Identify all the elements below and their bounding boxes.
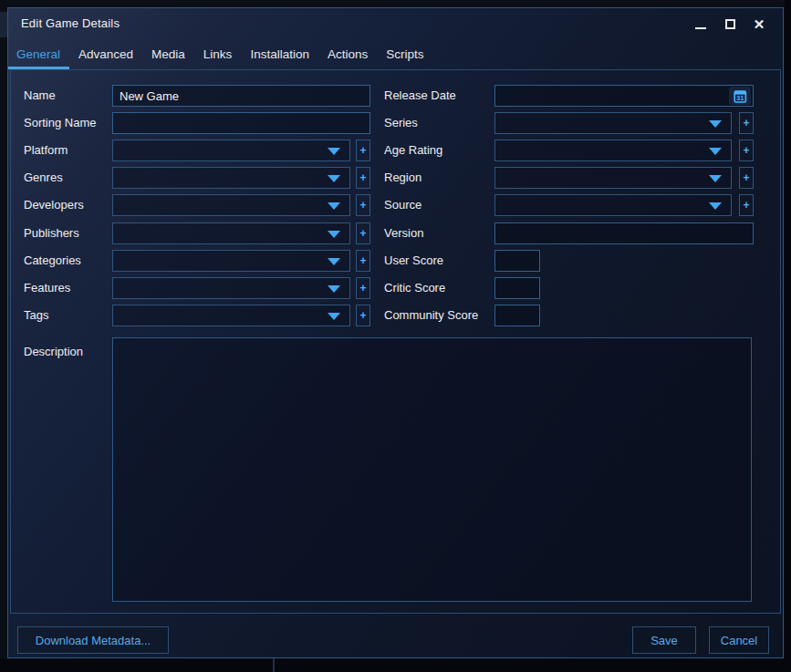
field-label-critic-score: Critic Score [384, 277, 445, 299]
edit-game-details-dialog: Edit Game Details ✕ GeneralAdvancedMedia… [7, 7, 784, 658]
field-label-release-date: Release Date [384, 85, 456, 107]
genres-dropdown[interactable] [112, 167, 350, 189]
field-label-source: Source [384, 194, 422, 216]
tab-scripts[interactable]: Scripts [377, 39, 432, 69]
chevron-down-icon [328, 313, 340, 320]
save-button[interactable]: Save [632, 626, 696, 654]
release-date-input[interactable] [494, 85, 754, 107]
features-add-button[interactable]: + [356, 277, 370, 299]
tags-dropdown[interactable] [112, 305, 350, 326]
chevron-down-icon [328, 175, 340, 182]
minimize-button[interactable] [686, 8, 715, 39]
series-add-button[interactable]: + [739, 112, 754, 134]
field-label-genres: Genres [24, 167, 63, 189]
dialog-title: Edit Game Details [21, 8, 120, 39]
download-metadata-button[interactable]: Download Metadata... [17, 626, 169, 654]
field-label-version: Version [384, 222, 423, 244]
tab-actions[interactable]: Actions [318, 39, 377, 69]
field-label-publishers: Publishers [24, 222, 79, 244]
region-add-button[interactable]: + [739, 167, 754, 189]
series-dropdown[interactable] [494, 112, 732, 134]
developers-add-button[interactable]: + [356, 194, 370, 216]
categories-add-button[interactable]: + [356, 250, 370, 272]
svg-text:31: 31 [736, 94, 744, 102]
field-label-categories: Categories [24, 250, 81, 272]
field-label-name: Name [24, 85, 56, 107]
tags-add-button[interactable]: + [356, 305, 370, 326]
features-dropdown[interactable] [112, 277, 350, 299]
field-label-user-score: User Score [384, 250, 443, 272]
chevron-down-icon [328, 285, 340, 293]
chevron-down-icon [709, 202, 722, 210]
background-right-strip [785, 0, 791, 672]
field-label-features: Features [24, 277, 70, 299]
field-label-series: Series [384, 112, 418, 134]
platform-dropdown[interactable] [112, 140, 350, 161]
window-controls: ✕ [686, 8, 774, 39]
chevron-down-icon [328, 258, 340, 265]
maximize-button[interactable] [715, 8, 744, 39]
chevron-down-icon [709, 148, 722, 155]
publishers-dropdown[interactable] [112, 222, 350, 244]
description-input[interactable] [112, 337, 752, 602]
minimize-icon [695, 27, 706, 29]
background-window-edge [273, 658, 275, 672]
age-rating-dropdown[interactable] [494, 140, 732, 161]
field-label-developers: Developers [24, 194, 84, 216]
field-label-sorting-name: Sorting Name [24, 112, 96, 134]
name-input[interactable] [112, 85, 370, 107]
maximize-icon [725, 19, 735, 29]
version-input[interactable] [494, 222, 754, 244]
chevron-down-icon [328, 148, 340, 155]
chevron-down-icon [709, 175, 722, 182]
close-button[interactable]: ✕ [744, 8, 774, 39]
tab-links[interactable]: Links [194, 39, 242, 69]
chevron-down-icon [709, 120, 722, 128]
tab-media[interactable]: Media [142, 39, 194, 69]
region-dropdown[interactable] [494, 167, 732, 189]
background-bottom-strip [0, 659, 791, 672]
background-app-fragment [0, 12, 7, 37]
field-label-tags: Tags [24, 305, 48, 326]
tab-general[interactable]: General [8, 39, 69, 69]
platform-add-button[interactable]: + [356, 140, 370, 161]
general-tab-panel: NameSorting NamePlatform+Genres+Develope… [10, 69, 781, 614]
tab-advanced[interactable]: Advanced [69, 39, 142, 69]
title-bar[interactable]: Edit Game Details ✕ [8, 8, 783, 39]
close-icon: ✕ [754, 17, 765, 31]
screen: Edit Game Details ✕ GeneralAdvancedMedia… [0, 0, 791, 672]
community-score-input[interactable] [494, 305, 540, 326]
field-label-community-score: Community Score [384, 305, 478, 326]
field-label-platform: Platform [24, 140, 68, 161]
user-score-input[interactable] [494, 250, 540, 272]
cancel-button[interactable]: Cancel [709, 626, 769, 654]
critic-score-input[interactable] [494, 277, 540, 299]
chevron-down-icon [328, 202, 340, 210]
calendar-button[interactable]: 31 [729, 87, 751, 105]
tab-installation[interactable]: Installation [241, 39, 318, 69]
calendar-icon: 31 [734, 89, 747, 103]
tab-bar: GeneralAdvancedMediaLinksInstallationAct… [8, 39, 783, 69]
field-label-age-rating: Age Rating [384, 140, 442, 161]
field-label-region: Region [384, 167, 422, 189]
field-label-description: Description [24, 341, 83, 363]
source-dropdown[interactable] [494, 194, 732, 216]
source-add-button[interactable]: + [739, 194, 754, 216]
developers-dropdown[interactable] [112, 194, 350, 216]
categories-dropdown[interactable] [112, 250, 350, 272]
sorting-name-input[interactable] [112, 112, 370, 134]
chevron-down-icon [328, 231, 340, 238]
genres-add-button[interactable]: + [356, 167, 370, 189]
age-rating-add-button[interactable]: + [739, 140, 754, 161]
publishers-add-button[interactable]: + [356, 222, 370, 244]
